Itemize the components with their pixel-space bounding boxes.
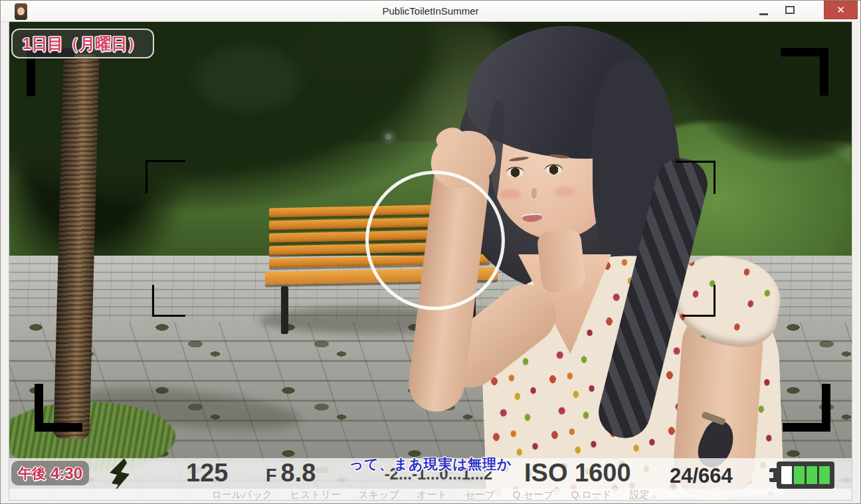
menu-item-settings[interactable]: 設定 [630,489,650,500]
bench-leg [281,286,288,334]
maximize-icon [785,6,795,14]
inner-bracket-icon [676,161,716,194]
corner-bracket-icon [35,384,82,432]
corner-bracket-icon [783,384,830,432]
girl-blush [554,187,575,197]
day-label: 1日目（月曜日） [11,29,154,58]
day-label-text: 1日目（月曜日） [23,33,143,54]
girl-neck [536,228,586,294]
quick-menu: ロールバック ヒストリー スキップ オート セーブ Q.セーブ Q.ロード 設定 [9,489,852,500]
corner-bracket-icon [781,48,828,96]
menu-item-auto[interactable]: オート [417,489,447,500]
window-title: PublicToiletInSummer [1,1,860,22]
girl-nose [531,188,537,199]
girl-blush [500,189,521,199]
inner-bracket-icon [152,285,185,317]
close-icon: ✕ [836,4,845,16]
title-bar[interactable]: PublicToiletInSummer ✕ [1,1,860,22]
menu-item-skip[interactable]: スキップ [358,489,399,500]
inner-bracket-icon [145,160,185,193]
app-window: PublicToiletInSummer ✕ [0,0,861,504]
menu-item-save[interactable]: セーブ [464,489,495,500]
menu-item-qsave[interactable]: Q.セーブ [513,489,554,500]
minimize-icon [759,13,768,15]
close-button[interactable]: ✕ [824,1,858,19]
girl-eye [506,167,524,177]
dialogue-subtitle: って、まあ現実は無理か [9,455,852,473]
maximize-button[interactable] [778,1,802,19]
menu-item-rollback[interactable]: ロールバック [211,489,272,500]
menu-item-history[interactable]: ヒストリー [290,489,341,500]
inner-bracket-icon [682,285,716,317]
menu-item-qload[interactable]: Q.ロード [571,489,613,500]
game-viewport[interactable]: 1日目（月曜日） 午後 4:30 125 F 8.8 -2...-1...0..… [9,22,852,500]
focus-circle-icon [365,171,505,310]
minimize-button[interactable] [751,1,775,19]
girl-eye [545,164,563,175]
